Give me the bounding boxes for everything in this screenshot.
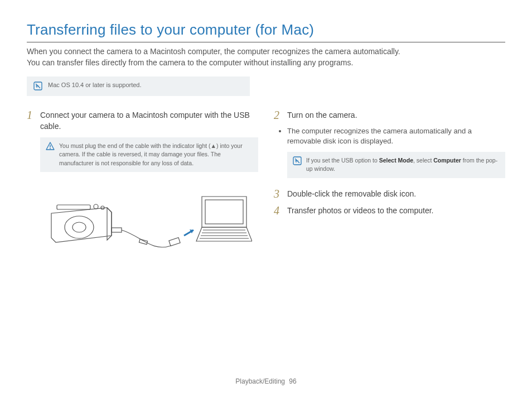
warning-icon	[46, 142, 55, 152]
top-note-text: Mac OS 10.4 or later is supported.	[48, 81, 142, 89]
page-title: Transferring files to your computer (for…	[27, 21, 505, 39]
usb-note-b1: Select Mode	[379, 157, 413, 164]
warning-text: You must plug the end of the cable with …	[59, 142, 253, 168]
svg-rect-11	[205, 200, 243, 224]
svg-point-4	[72, 222, 86, 232]
step-number-3: 3	[274, 188, 282, 199]
right-column: 2 Turn on the camera. The computer recog…	[274, 109, 505, 264]
svg-point-2	[50, 148, 51, 149]
step-4: 4 Transfer photos or videos to the compu…	[274, 205, 505, 216]
step-3: 3 Double-click the removable disk icon.	[274, 188, 505, 199]
intro-line-1: When you connect the camera to a Macinto…	[27, 46, 505, 57]
page-footer: Playback/Editing 96	[0, 377, 532, 385]
step-1-text: Connect your camera to a Macintosh compu…	[40, 109, 258, 132]
svg-rect-5	[57, 205, 90, 209]
svg-rect-8	[112, 228, 122, 232]
svg-point-6	[94, 204, 98, 209]
usb-note-b2: Computer	[433, 157, 461, 164]
intro-text: When you connect the camera to a Macinto…	[27, 46, 505, 69]
warning-box: You must plug the end of the cable with …	[40, 137, 258, 172]
step-2-bullets: The computer recognizes the camera autom…	[287, 126, 505, 146]
step-1: 1 Connect your camera to a Macintosh com…	[27, 109, 258, 132]
step-number-1: 1	[27, 109, 35, 121]
step-2-text: Turn on the camera.	[287, 109, 357, 121]
usb-note-mid: , select	[413, 157, 433, 164]
left-column: 1 Connect your camera to a Macintosh com…	[27, 109, 258, 264]
note-icon	[293, 156, 302, 166]
step-4-text: Transfer photos or videos to the compute…	[287, 205, 434, 216]
connection-diagram	[40, 180, 252, 264]
intro-line-2: You can transfer files directly from the…	[27, 57, 505, 68]
svg-point-3	[65, 216, 94, 238]
step-number-4: 4	[274, 205, 282, 216]
step-3-text: Double-click the removable disk icon.	[287, 188, 416, 199]
usb-note-text: If you set the USB option to Select Mode…	[306, 156, 500, 173]
note-icon	[33, 82, 42, 92]
top-note-box: Mac OS 10.4 or later is supported.	[27, 76, 250, 96]
step-2-bullet-1: The computer recognizes the camera autom…	[287, 126, 505, 146]
title-rule	[27, 42, 505, 42]
svg-rect-10	[169, 237, 180, 246]
svg-rect-9	[139, 239, 147, 244]
usb-note-pre: If you set the USB option to	[306, 157, 379, 164]
step-2: 2 Turn on the camera.	[274, 109, 505, 121]
footer-section: Playback/Editing	[235, 377, 285, 385]
step-number-2: 2	[274, 109, 282, 121]
usb-note-box: If you set the USB option to Select Mode…	[287, 152, 505, 178]
footer-page-number: 96	[289, 377, 296, 385]
